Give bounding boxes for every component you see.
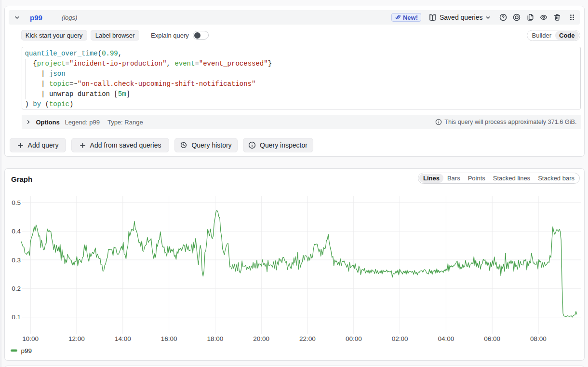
svg-text:02:00: 02:00 — [392, 335, 408, 342]
svg-text:10:00: 10:00 — [22, 335, 39, 342]
svg-text:0.1: 0.1 — [12, 313, 21, 321]
svg-text:14:00: 14:00 — [115, 335, 131, 342]
svg-text:0.2: 0.2 — [12, 285, 21, 292]
svg-text:04:00: 04:00 — [438, 335, 454, 342]
svg-text:20:00: 20:00 — [253, 335, 269, 342]
svg-text:18:00: 18:00 — [207, 335, 224, 342]
svg-text:00:00: 00:00 — [346, 335, 362, 342]
svg-text:0.3: 0.3 — [12, 257, 21, 264]
svg-text:p99: p99 — [21, 347, 32, 354]
svg-text:22:00: 22:00 — [299, 335, 316, 342]
svg-text:0.5: 0.5 — [12, 199, 21, 206]
svg-text:06:00: 06:00 — [484, 335, 500, 342]
svg-text:0.4: 0.4 — [12, 228, 21, 235]
svg-text:12:00: 12:00 — [68, 335, 85, 342]
svg-text:08:00: 08:00 — [530, 335, 547, 342]
svg-text:16:00: 16:00 — [161, 335, 177, 342]
